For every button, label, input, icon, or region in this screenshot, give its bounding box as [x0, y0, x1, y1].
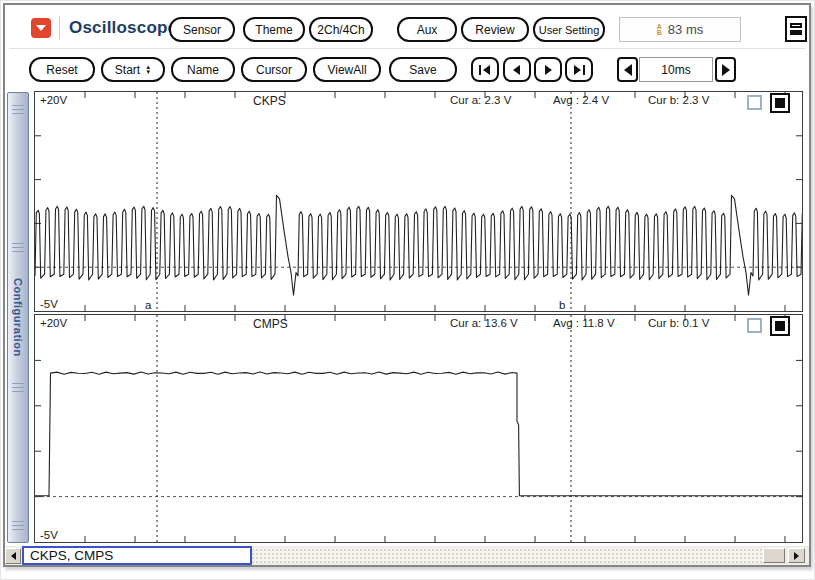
next-frame-icon	[542, 64, 554, 76]
voltage-bottom-label: -5V	[40, 529, 58, 541]
scrollbar-thumb[interactable]	[763, 548, 785, 563]
start-button[interactable]: Start ▲▼	[101, 57, 165, 82]
user-setting-button[interactable]: User Setting	[533, 17, 605, 42]
toolbar-separator	[9, 48, 805, 49]
cursor-delta-time-display: AB 83 ms	[619, 17, 741, 42]
list-menu-button[interactable]	[785, 16, 807, 42]
oscilloscope-app: Oscilloscope Sensor Theme 2Ch/4Ch Aux Re…	[0, 0, 815, 580]
channel-color-swatch[interactable]	[770, 93, 790, 113]
readout-avg: Avg : 11.8 V	[553, 317, 615, 329]
channel-mode-button[interactable]: 2Ch/4Ch	[309, 17, 373, 42]
readout-avg: Avg : 2.4 V	[553, 94, 609, 106]
cursor-delta-time-value: 83 ms	[668, 22, 703, 37]
timebase-increase-button[interactable]	[715, 57, 736, 82]
ab-cursor-icon: AB	[657, 24, 662, 36]
scroll-left-button[interactable]	[5, 548, 21, 564]
readout-cursor-a: Cur a: 13.6 V	[450, 317, 518, 329]
voltage-top-label: +20V	[40, 317, 67, 329]
channel-title: CMPS	[253, 317, 288, 331]
configuration-tab-label: Configuration	[8, 93, 28, 542]
waveform-plot-cmps	[35, 315, 802, 542]
channel-names-box: CKPS, CMPS	[22, 546, 252, 565]
last-frame-button[interactable]	[565, 57, 593, 82]
right-arrow-icon	[721, 64, 731, 76]
channel-color-swatch[interactable]	[770, 316, 790, 336]
app-title: Oscilloscope	[69, 18, 177, 38]
channel-panel-cmps: +20V CMPS Cur a: 13.6 V Avg : 11.8 V Cur…	[34, 314, 803, 543]
theme-button[interactable]: Theme	[243, 17, 305, 42]
channel-panel-ckps: +20V CKPS Cur a: 2.3 V Avg : 2.4 V Cur b…	[34, 91, 803, 312]
review-button[interactable]: Review	[461, 17, 529, 42]
sensor-button[interactable]: Sensor	[169, 17, 235, 42]
reset-button[interactable]: Reset	[29, 57, 95, 82]
viewall-button[interactable]: ViewAll	[313, 57, 381, 82]
right-arrow-icon	[794, 552, 799, 560]
name-button[interactable]: Name	[171, 57, 235, 82]
first-frame-button[interactable]	[471, 57, 499, 82]
list-menu-icon	[790, 23, 802, 28]
left-arrow-icon	[11, 552, 16, 560]
channel-title: CKPS	[253, 94, 286, 108]
readout-cursor-b: Cur b: 0.1 V	[648, 317, 709, 329]
divider	[59, 16, 60, 40]
left-arrow-icon	[623, 64, 633, 76]
timebase-value: 10ms	[639, 57, 713, 82]
waveform-plot-ckps	[35, 92, 802, 311]
channel-checkbox[interactable]	[747, 95, 762, 110]
save-button[interactable]: Save	[389, 57, 457, 82]
cursor-b-label: b	[559, 299, 565, 311]
aux-button[interactable]: Aux	[397, 17, 457, 42]
prev-frame-icon	[511, 64, 523, 76]
voltage-bottom-label: -5V	[40, 298, 58, 310]
red-down-arrow-icon	[36, 25, 46, 31]
readout-cursor-b: Cur b: 2.3 V	[648, 94, 709, 106]
app-menu-button[interactable]	[31, 18, 51, 38]
scrollbar-track[interactable]	[251, 548, 785, 563]
cursor-a-label: a	[145, 299, 151, 311]
next-frame-button[interactable]	[534, 57, 562, 82]
configuration-tab[interactable]: Configuration	[7, 92, 29, 543]
last-frame-icon	[572, 64, 586, 76]
readout-cursor-a: Cur a: 2.3 V	[450, 94, 511, 106]
scroll-right-button[interactable]	[788, 548, 805, 563]
timebase-decrease-button[interactable]	[617, 57, 638, 82]
prev-frame-button[interactable]	[503, 57, 531, 82]
first-frame-icon	[478, 64, 492, 76]
voltage-top-label: +20V	[40, 94, 67, 106]
channel-checkbox[interactable]	[747, 318, 762, 333]
cursor-button[interactable]: Cursor	[241, 57, 307, 82]
up-down-spinner-icon: ▲▼	[145, 65, 151, 75]
